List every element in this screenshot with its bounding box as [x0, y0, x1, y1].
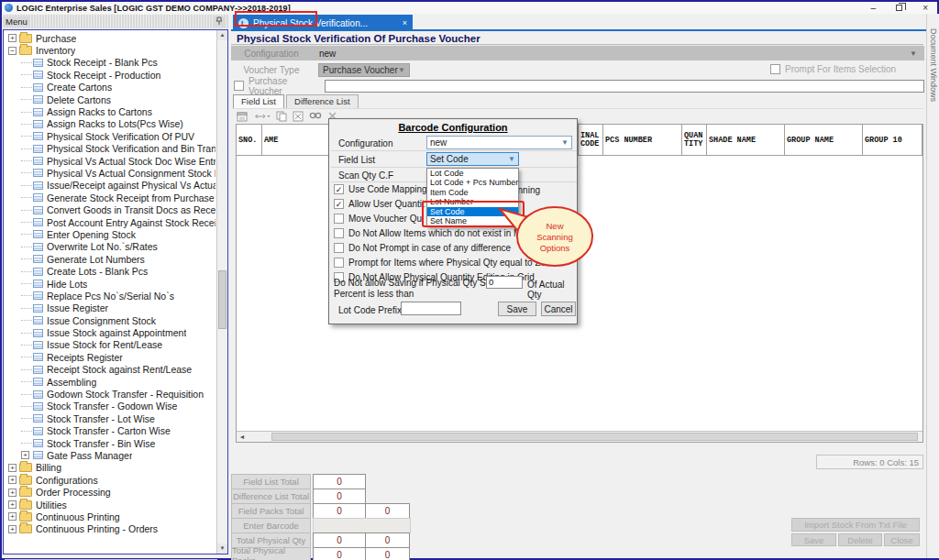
tree-item-gate-pass-manager[interactable]: +Gate Pass Manager: [5, 449, 215, 461]
dialog-checkbox-move-voucher-qu[interactable]: Move Voucher Qu: [334, 213, 422, 225]
export-icon[interactable]: [293, 111, 304, 122]
import-stock-button[interactable]: Import Stock From Txt File: [791, 518, 920, 532]
scroll-thumb[interactable]: [271, 433, 918, 441]
scroll-thumb[interactable]: [218, 270, 226, 329]
tree-item-receipts-register[interactable]: Receipts Register: [5, 351, 215, 363]
tree-item-stock-transfer-lot-wise[interactable]: Stock Transfer - Lot Wise: [5, 412, 215, 424]
column-header-inal-code[interactable]: INAL CODE: [579, 125, 603, 156]
chevron-down-icon[interactable]: ▼: [910, 49, 917, 58]
tree-item-configurations[interactable]: +Configurations: [5, 474, 215, 486]
configuration-row[interactable]: Configuration new ▼: [231, 46, 924, 60]
tree-item-enter-opening-stock[interactable]: Enter Opening Stock: [5, 228, 215, 240]
tree-item-stock-receipt-blank-pcs[interactable]: Stock Receipt - Blank Pcs: [5, 57, 215, 69]
tree-item-purchase[interactable]: +Purchase: [5, 32, 215, 44]
tree-item-hide-lots[interactable]: Hide Lots: [5, 278, 215, 290]
option-lot-code-pcs-number[interactable]: Lot Code + Pcs Number: [427, 178, 518, 187]
tree-item-billing[interactable]: +Billing: [5, 462, 215, 474]
tree-item-physical-stock-verification-and-bin-tran[interactable]: Physical Stock Verification and Bin Tran…: [5, 143, 215, 155]
expand-icon[interactable]: +: [8, 476, 17, 484]
tree-item-continuous-printing[interactable]: +Continuous Printing: [5, 511, 215, 522]
checkbox-icon[interactable]: [334, 258, 344, 268]
tab-difference-list[interactable]: Difference List: [286, 94, 359, 108]
tree-item-physical-stock-verification-of-puv[interactable]: Physical Stock Verification Of PUV: [5, 130, 215, 142]
tree-item-convert-goods-in-transit-docs-as-receive[interactable]: Convert Goods in Transit Docs as Receive…: [5, 203, 215, 215]
tree-item-generate-stock-receipt-from-purchase-phy[interactable]: Generate Stock Receipt from Purchase Phy…: [5, 192, 215, 203]
expand-icon[interactable]: +: [8, 34, 17, 42]
expand-icon[interactable]: +: [8, 464, 17, 472]
expand-icon[interactable]: +: [8, 500, 17, 509]
scroll-up-icon[interactable]: ▲: [217, 30, 227, 40]
save-button[interactable]: Save: [791, 533, 836, 546]
tree-item-generate-lot-numbers[interactable]: Generate Lot Numbers: [5, 253, 215, 265]
prompt-for-items-selection[interactable]: Prompt For Items Selection: [770, 64, 896, 74]
voucher-type-dropdown[interactable]: Purchase Voucher ▼: [318, 63, 410, 77]
option-lot-code[interactable]: Lot Code: [427, 169, 518, 178]
tree-item-replace-pcs-no-s-serial-no-s[interactable]: Replace Pcs No`s/Serial No`s: [5, 290, 215, 302]
column-header-pcs-number[interactable]: PCS NUMBER: [603, 125, 682, 156]
collapse-icon[interactable]: −: [8, 47, 17, 55]
tree-item-post-account-entry-against-stock-receipt[interactable]: Post Account Entry Against Stock Receipt…: [5, 216, 215, 228]
saving-percent-input[interactable]: 0: [486, 276, 523, 289]
column-header-group-name[interactable]: GROUP NAME: [785, 125, 863, 156]
pin-icon[interactable]: [214, 16, 225, 27]
tab-close-icon[interactable]: ×: [403, 18, 407, 27]
dialog-checkbox-do-not-prompt-in-case-of-any-difference[interactable]: Do Not Prompt in case of any difference: [334, 242, 511, 254]
form-icon[interactable]: [237, 111, 249, 122]
option-item-code[interactable]: Item Code: [427, 188, 518, 197]
tree-item-delete-cartons[interactable]: Delete Cartons: [5, 93, 215, 105]
tab-field-list[interactable]: Field List: [233, 94, 284, 108]
tree-item-assign-racks-to-lots-pcs-wise[interactable]: Assign Racks to Lots(Pcs Wise): [5, 118, 215, 130]
tree-item-assign-racks-to-cartons[interactable]: Assign Racks to Cartons: [5, 105, 215, 117]
scroll-left-icon[interactable]: ◄: [237, 432, 248, 442]
tree-item-issue-consignment-stock[interactable]: Issue Consignment Stock: [5, 314, 215, 326]
expand-icon[interactable]: +: [8, 512, 17, 521]
document-windows-strip[interactable]: Document Windows: [926, 14, 939, 558]
enter-barcode-input[interactable]: [313, 518, 411, 533]
grid-horizontal-scrollbar[interactable]: ◄: [237, 431, 922, 442]
checkbox-icon[interactable]: [770, 64, 780, 74]
purchase-voucher-checkbox[interactable]: [234, 81, 244, 91]
dialog-save-button[interactable]: Save: [498, 302, 536, 316]
find-icon[interactable]: [309, 111, 322, 121]
tree-item-create-cartons[interactable]: Create Cartons: [5, 82, 215, 93]
tree-item-stock-transfer-bin-wise[interactable]: Stock Transfer - Bin Wise: [5, 437, 215, 449]
column-header-sno[interactable]: SNO.: [237, 125, 262, 156]
tree-item-continuous-printing-orders[interactable]: +Continuous Printing - Orders: [5, 523, 215, 535]
purchase-voucher-input[interactable]: [325, 80, 924, 93]
checkbox-checked-icon[interactable]: ✓: [334, 184, 344, 194]
tree-item-receipt-stock-against-rent-lease[interactable]: Receipt Stock against Rent/Lease: [5, 364, 215, 376]
tree-item-godown-stock-transfer-requisition[interactable]: Godown Stock Transfer - Requisition: [5, 388, 215, 400]
expand-icon[interactable]: +: [8, 489, 17, 497]
minimize-icon[interactable]: –: [871, 4, 877, 13]
tree-item-physical-vs-actual-stock-doc-wise-entry[interactable]: Physical Vs Actual Stock Doc Wise Entry: [5, 155, 215, 167]
column-header-group-10[interactable]: GROUP 10: [863, 125, 922, 156]
tree-item-issue-stock-for-rent-lease[interactable]: Issue Stock for Rent/Lease: [5, 339, 215, 351]
tree-item-physical-vs-actual-consignment-stock-doc[interactable]: Physical Vs Actual Consignment Stock Doc…: [5, 167, 215, 179]
tree-vertical-scrollbar[interactable]: ▲ ▼: [216, 30, 227, 554]
expand-icon[interactable]: +: [8, 525, 17, 533]
tree-item-issue-register[interactable]: Issue Register: [5, 302, 215, 314]
tree-item-inventory[interactable]: −Inventory: [5, 44, 215, 56]
expand-icon[interactable]: +: [21, 451, 29, 459]
scroll-down-icon[interactable]: ▼: [217, 544, 227, 554]
tree-item-issue-receipt-against-physical-vs-actual[interactable]: Issue/Receipt against Physical Vs Actual…: [5, 180, 215, 192]
copy-icon[interactable]: [276, 111, 287, 122]
lot-code-prefix-input[interactable]: [401, 302, 461, 315]
tree-item-utilities[interactable]: +Utilities: [5, 499, 215, 511]
tree-item-stock-transfer-godown-wise[interactable]: Stock Transfer - Godown Wise: [5, 401, 215, 412]
dialog-checkbox-allow-user-quantit[interactable]: ✓Allow User Quantit: [334, 198, 425, 210]
tree-item-stock-transfer-carton-wise[interactable]: Stock Transfer - Carton Wise: [5, 425, 215, 437]
tree-item-assembling[interactable]: Assembling: [5, 376, 215, 388]
checkbox-icon[interactable]: [334, 243, 344, 253]
tree-item-stock-receipt-production[interactable]: Stock Receipt - Production: [5, 69, 215, 81]
checkbox-icon[interactable]: [334, 214, 344, 224]
dialog-field-list-combo[interactable]: Set Code ▼: [426, 152, 519, 166]
tree-item-create-lots-blank-pcs[interactable]: Create Lots - Blank Pcs: [5, 265, 215, 277]
column-header-shade-name[interactable]: SHADE NAME: [707, 125, 785, 156]
restore-icon[interactable]: [896, 5, 902, 11]
column-width-icon[interactable]: [254, 112, 271, 121]
tree-item-overwrite-lot-no-s-rates[interactable]: Overwrite Lot No.`s/Rates: [5, 241, 215, 253]
column-header-quan-tity[interactable]: QUAN TITY: [682, 125, 707, 156]
delete-button[interactable]: Delete: [838, 533, 882, 546]
tree-item-issue-stock-against-appointment[interactable]: Issue Stock against Appointment: [5, 326, 215, 338]
